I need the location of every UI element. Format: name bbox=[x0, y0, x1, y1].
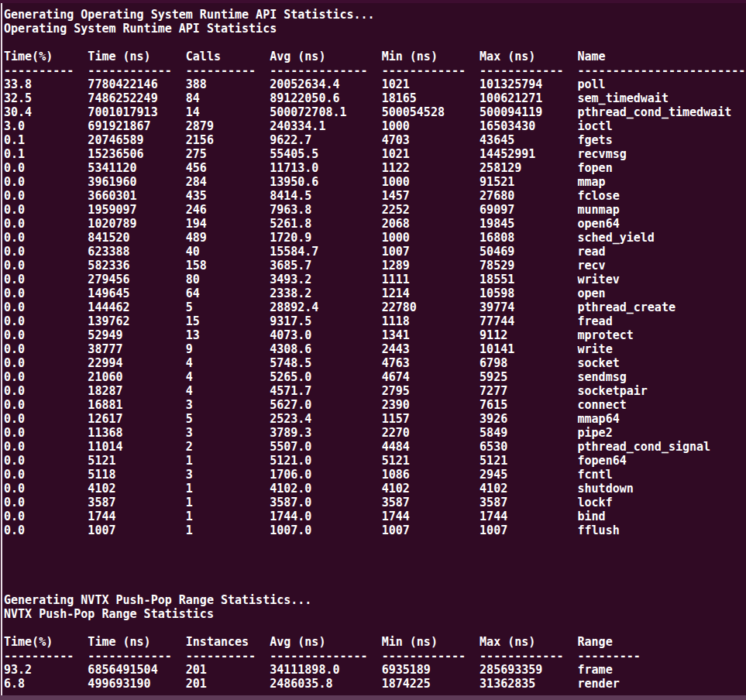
table-row: 0.0 5341120 456 11713.0 1122 258129 fope… bbox=[4, 161, 746, 175]
table-row: 0.0 623388 40 15584.7 1007 50469 read bbox=[4, 245, 746, 259]
table-header-row: Time(%) Time (ns) Instances Avg (ns) Min… bbox=[4, 635, 746, 649]
table-row: 0.0 3587 1 3587.0 3587 3587 lockf bbox=[4, 496, 746, 510]
table-row: 0.0 149645 64 2338.2 1214 10598 open bbox=[4, 287, 746, 300]
table-row: 93.2 6856491504 201 34111898.0 6935189 2… bbox=[4, 663, 746, 677]
table-row: 0.0 1007 1 1007.0 1007 1007 fflush bbox=[4, 523, 746, 537]
table-row: 0.0 18287 4 4571.7 2795 7277 socketpair bbox=[4, 384, 746, 398]
os-title-line: Operating System Runtime API Statistics bbox=[4, 22, 746, 36]
table-row: 0.0 22994 4 5748.5 4763 6798 socket bbox=[4, 356, 746, 370]
nvtx-generating-line: Generating NVTX Push-Pop Range Statistic… bbox=[4, 593, 746, 607]
terminal-output: Generating Operating System Runtime API … bbox=[4, 8, 746, 695]
table-row: 0.0 1959097 246 7963.8 2252 69097 munmap bbox=[4, 203, 746, 217]
table-row: 0.0 16881 3 5627.0 2390 7615 connect bbox=[4, 398, 746, 412]
blank-line bbox=[4, 551, 746, 565]
nvtx-title-line: NVTX Push-Pop Range Statistics bbox=[4, 607, 746, 621]
table-row: 0.1 15236506 275 55405.5 1021 14452991 r… bbox=[4, 147, 746, 161]
table-row: 0.0 52949 13 4073.0 1341 9112 mprotect bbox=[4, 328, 746, 342]
blank-line bbox=[4, 565, 746, 579]
blank-line bbox=[4, 537, 746, 551]
table-row: 0.0 21060 4 5265.0 4674 5925 sendmsg bbox=[4, 370, 746, 384]
blank-line bbox=[4, 621, 746, 635]
table-row: 30.4 7001017913 14 500072708.1 500054528… bbox=[4, 105, 746, 119]
os-generating-line: Generating Operating System Runtime API … bbox=[4, 8, 746, 22]
table-row: 0.0 3660301 435 8414.5 1457 27680 fclose bbox=[4, 189, 746, 203]
table-row: 0.0 1020789 194 5261.8 2068 19845 open64 bbox=[4, 217, 746, 231]
table-row: 0.0 1744 1 1744.0 1744 1744 bind bbox=[4, 510, 746, 523]
table-row: 0.0 139762 15 9317.5 1118 77744 fread bbox=[4, 314, 746, 328]
table-row: 3.0 691921867 2879 240334.1 1000 1650343… bbox=[4, 119, 746, 133]
table-row: 0.0 38777 9 4308.6 2443 10141 write bbox=[4, 342, 746, 356]
terminal-left-edge bbox=[1, 3, 2, 695]
table-header-row: Time(%) Time (ns) Calls Avg (ns) Min (ns… bbox=[4, 50, 746, 63]
terminal-window[interactable]: Generating Operating System Runtime API … bbox=[0, 0, 746, 700]
terminal-top-edge bbox=[0, 0, 746, 3]
table-row: 0.0 582336 158 3685.7 1289 78529 recv bbox=[4, 259, 746, 273]
nvtx-table: Time(%) Time (ns) Instances Avg (ns) Min… bbox=[4, 635, 746, 691]
table-row: 0.0 5118 3 1706.0 1086 2945 fcntl bbox=[4, 468, 746, 482]
table-row: 32.5 7486252249 84 89122050.6 18165 1006… bbox=[4, 91, 746, 105]
table-row: 0.0 4102 1 4102.0 4102 4102 shutdown bbox=[4, 482, 746, 496]
table-row: 0.0 144462 5 28892.4 22780 39774 pthread… bbox=[4, 300, 746, 314]
blank-line bbox=[4, 579, 746, 593]
table-row: 6.8 499693190 201 2486035.8 1874225 3136… bbox=[4, 677, 746, 691]
blank-line bbox=[4, 36, 746, 50]
table-row: 0.0 11014 2 5507.0 4484 6530 pthread_con… bbox=[4, 440, 746, 454]
table-dash-row: ---------- ------------ ---------- -----… bbox=[4, 63, 746, 77]
table-row: 0.0 279456 80 3493.2 1111 18551 writev bbox=[4, 273, 746, 287]
table-row: 0.0 841520 489 1720.9 1000 16808 sched_y… bbox=[4, 231, 746, 245]
table-row: 0.0 12617 5 2523.4 1157 3926 mmap64 bbox=[4, 412, 746, 426]
table-dash-row: ---------- ------------ ---------- -----… bbox=[4, 649, 746, 663]
terminal-bottom-bar bbox=[0, 695, 746, 700]
table-row: 33.8 7780422146 388 20052634.4 1021 1013… bbox=[4, 77, 746, 91]
os-runtime-table: Time(%) Time (ns) Calls Avg (ns) Min (ns… bbox=[4, 50, 746, 537]
table-row: 0.0 11368 3 3789.3 2270 5849 pipe2 bbox=[4, 426, 746, 440]
table-row: 0.1 20746589 2156 9622.7 4703 43645 fget… bbox=[4, 133, 746, 147]
table-row: 0.0 3961960 284 13950.6 1000 91521 mmap bbox=[4, 175, 746, 189]
table-row: 0.0 5121 1 5121.0 5121 5121 fopen64 bbox=[4, 454, 746, 468]
